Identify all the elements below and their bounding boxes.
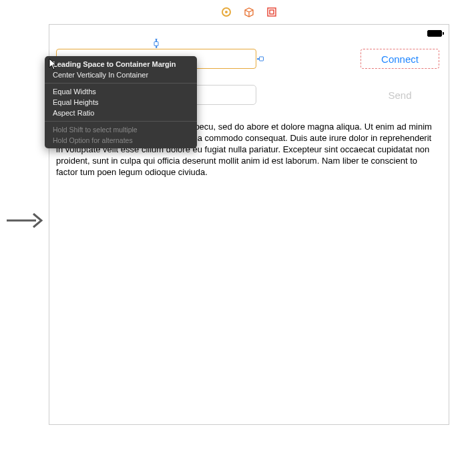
svg-point-1 bbox=[225, 11, 228, 13]
menu-separator bbox=[45, 121, 197, 122]
resize-handle-right[interactable] bbox=[259, 57, 264, 61]
menu-item-center-vertically[interactable]: Center Vertically In Container bbox=[45, 69, 197, 80]
status-bar bbox=[427, 30, 442, 37]
connect-button[interactable]: Connect bbox=[361, 49, 439, 69]
send-button[interactable]: Send bbox=[361, 85, 439, 105]
menu-item-leading-space[interactable]: Leading Space to Container Margin bbox=[45, 59, 197, 69]
svg-rect-2 bbox=[268, 8, 276, 16]
menu-item-aspect-ratio[interactable]: Aspect Ratio bbox=[45, 108, 197, 118]
menu-item-equal-widths[interactable]: Equal Widths bbox=[45, 86, 197, 97]
disk-icon[interactable] bbox=[221, 7, 232, 17]
connect-button-label: Connect bbox=[381, 53, 419, 65]
menu-item-equal-heights[interactable]: Equal Heights bbox=[45, 97, 197, 108]
guide-arrow-icon bbox=[5, 207, 43, 237]
battery-icon bbox=[427, 30, 442, 37]
constraint-context-menu: Leading Space to Container Margin Center… bbox=[45, 56, 197, 148]
menu-hint-option: Hold Option for alternates bbox=[45, 135, 197, 146]
menu-hint-shift: Hold Shift to select multiple bbox=[45, 124, 197, 135]
embed-icon[interactable] bbox=[266, 7, 277, 17]
send-button-label: Send bbox=[388, 90, 411, 101]
svg-rect-3 bbox=[270, 10, 274, 14]
menu-separator bbox=[45, 83, 197, 84]
resize-handle-top[interactable] bbox=[154, 41, 159, 46]
box-icon[interactable] bbox=[244, 7, 254, 17]
